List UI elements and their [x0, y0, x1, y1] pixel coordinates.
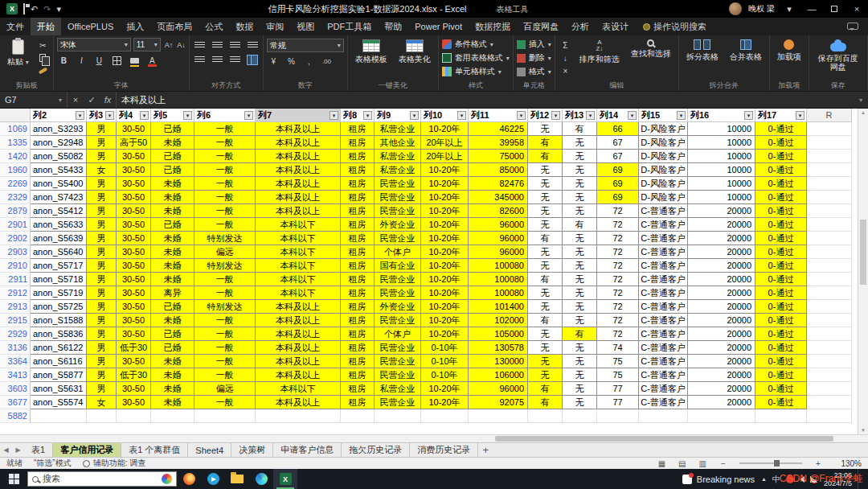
row-number[interactable]: 5882 [0, 409, 31, 423]
cell[interactable]: 未婚 [151, 382, 194, 396]
cell[interactable]: 一般 [194, 368, 256, 382]
cell[interactable]: 本科以下 [256, 259, 341, 273]
cell[interactable]: 0-通过 [755, 218, 807, 232]
cell[interactable]: 特别发达 [194, 232, 256, 245]
filter-icon[interactable]: ▾ [76, 111, 84, 120]
cell[interactable] [528, 409, 563, 423]
cell[interactable]: 男 [87, 204, 117, 218]
cell[interactable]: 民营企业 [375, 273, 421, 286]
ribbon-tab-Power Pivot[interactable]: Power Pivot [408, 18, 469, 35]
formula-bar-expand-icon[interactable]: ▾ [854, 92, 868, 108]
cell[interactable] [807, 355, 852, 368]
cell[interactable]: 无 [563, 259, 597, 273]
column-header-列4[interactable]: 列4▾ [117, 109, 151, 122]
column-header-列17[interactable]: 列17▾ [755, 109, 807, 122]
cell[interactable]: 未婚 [151, 232, 194, 245]
cell[interactable]: 未婚 [151, 191, 194, 204]
cell[interactable]: 偏远 [194, 382, 256, 396]
column-header-R[interactable]: R [807, 109, 852, 122]
cell[interactable] [256, 409, 341, 423]
cell[interactable]: 96000 [469, 218, 528, 232]
cell[interactable] [807, 136, 852, 150]
row-number[interactable]: 2901 [0, 218, 31, 232]
cell[interactable]: 无 [563, 232, 597, 245]
cell[interactable]: 无 [528, 327, 563, 341]
cell[interactable]: 0-10年 [421, 341, 469, 355]
cell-styles-button[interactable]: 单元格样式▾ [442, 65, 510, 78]
cell[interactable]: 男 [87, 259, 117, 273]
cell[interactable]: 10000 [688, 177, 755, 191]
bold-icon[interactable]: B [57, 55, 71, 66]
cell[interactable]: 男 [87, 245, 117, 259]
sheet-tab-表1 个离群值[interactable]: 表1 个离群值 [121, 443, 188, 457]
cell[interactable]: C-普通客户 [639, 273, 688, 286]
merge-center-icon[interactable] [246, 54, 260, 65]
cell[interactable]: 130000 [469, 355, 528, 368]
view-page-layout-icon[interactable]: ▤ [678, 459, 686, 468]
cell[interactable]: D-风险客户 [639, 191, 688, 204]
comma-style-icon[interactable]: , [302, 55, 316, 67]
cell[interactable]: 0-通过 [755, 259, 807, 273]
cell[interactable]: 民营企业 [375, 314, 421, 327]
cell[interactable]: 无 [563, 355, 597, 368]
column-header-列7[interactable]: 列7▾ [256, 109, 341, 122]
ribbon-tab-PDF工具箱[interactable]: PDF工具箱 [321, 18, 378, 35]
cell[interactable]: 一般 [194, 136, 256, 150]
cell[interactable] [639, 409, 688, 423]
cell[interactable]: 20000 [688, 286, 755, 300]
cell[interactable]: 男 [87, 355, 117, 368]
cell[interactable]: 本科及以上 [256, 300, 341, 314]
cell[interactable]: 男 [87, 368, 117, 382]
delete-cells-button[interactable]: 删除▾ [517, 51, 551, 64]
cell[interactable]: 男 [87, 232, 117, 245]
cell[interactable]: 私营企业 [375, 122, 421, 136]
taskbar-app-firefox[interactable] [177, 469, 201, 489]
cell[interactable]: 一般 [194, 150, 256, 163]
cell[interactable]: anon_S6122 [31, 341, 87, 355]
cell[interactable]: anon_S3293 [31, 122, 87, 136]
column-header-列8[interactable]: 列8▾ [341, 109, 375, 122]
cell[interactable]: 男 [87, 136, 117, 150]
cell[interactable]: 无 [563, 286, 597, 300]
restore-button[interactable] [826, 4, 842, 14]
cell[interactable] [807, 150, 852, 163]
cell[interactable]: anon_S1588 [31, 314, 87, 327]
cell[interactable]: 46225 [469, 122, 528, 136]
cell[interactable]: 租房 [341, 232, 375, 245]
font-size-select[interactable]: 11▾ [133, 38, 161, 51]
new-sheet-button[interactable]: + [478, 443, 493, 457]
cell[interactable]: 低于30 [117, 341, 151, 355]
zoom-slider[interactable] [739, 462, 802, 464]
cell[interactable]: 30-50 [117, 382, 151, 396]
name-box[interactable]: G7 ▾ [0, 92, 68, 108]
cell[interactable]: 72 [597, 259, 639, 273]
cell[interactable]: 69 [597, 191, 639, 204]
cell[interactable]: 0-通过 [755, 286, 807, 300]
cell[interactable]: C-普通客户 [639, 355, 688, 368]
cell[interactable]: 92075 [469, 396, 528, 409]
ribbon-tab-页面布局[interactable]: 页面布局 [150, 18, 199, 35]
cell[interactable]: 0-通过 [755, 314, 807, 327]
avatar[interactable] [729, 2, 742, 15]
cell[interactable]: 男 [87, 122, 117, 136]
cell[interactable] [807, 396, 852, 409]
cell[interactable]: 一般 [194, 177, 256, 191]
accounting-format-icon[interactable]: ¥ [267, 55, 280, 67]
cell[interactable]: 0-通过 [755, 368, 807, 382]
cell[interactable] [807, 341, 852, 355]
autosum-icon[interactable]: Σ [559, 39, 572, 51]
cell[interactable]: anon_S5725 [31, 300, 87, 314]
cell[interactable]: 10-20年 [421, 218, 469, 232]
cell[interactable]: 男 [87, 341, 117, 355]
cell[interactable]: anon_S5877 [31, 368, 87, 382]
cell[interactable]: C-普通客户 [639, 245, 688, 259]
cell[interactable]: 无 [563, 300, 597, 314]
cell[interactable]: 0-通过 [755, 122, 807, 136]
cancel-icon[interactable]: × [68, 92, 84, 108]
sheet-tab-拖欠历史记录[interactable]: 拖欠历史记录 [342, 443, 410, 457]
cell[interactable]: 10000 [688, 163, 755, 177]
cell[interactable]: 一般 [194, 396, 256, 409]
row-number[interactable]: 3136 [0, 341, 31, 355]
cell[interactable] [807, 273, 852, 286]
cell[interactable]: 10-20年 [421, 382, 469, 396]
